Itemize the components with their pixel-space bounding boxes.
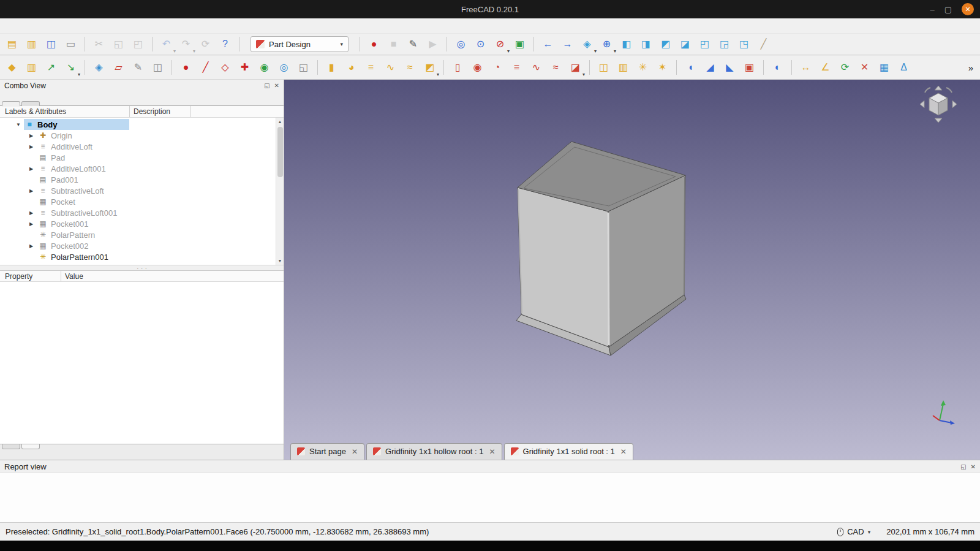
menu-tools[interactable]: [37, 24, 48, 28]
scroll-down-icon[interactable]: ▼: [276, 257, 284, 265]
workbench-selector[interactable]: Part Design ▾: [251, 36, 349, 52]
tab-model[interactable]: [2, 101, 20, 106]
zoom-fit-all-icon[interactable]: ◎: [452, 36, 470, 53]
tree-item-polarpattern[interactable]: ✳ PolarPattern: [0, 229, 284, 240]
multi-transform-icon[interactable]: ✶: [654, 59, 671, 76]
tree-item-polarpattern001[interactable]: ✳ PolarPattern001: [0, 251, 284, 262]
additive-loft-icon[interactable]: ≡: [362, 59, 380, 76]
tree-item-additiveloft[interactable]: ▶ ≡ AdditiveLoft: [0, 141, 284, 152]
tab-gridfinity-hollow[interactable]: Gridfinity 1x1 hollow root : 1 ✕: [366, 443, 502, 460]
tree-item-origin[interactable]: ▶ ✚ Origin: [0, 130, 284, 141]
expand-arrow-icon[interactable]: ▶: [29, 133, 37, 139]
nav-forward-icon[interactable]: →: [559, 36, 576, 53]
view-left-icon[interactable]: ◳: [735, 36, 753, 53]
fillet-icon[interactable]: ◖: [682, 59, 699, 76]
view-isometric-icon[interactable]: ◈: [578, 36, 596, 53]
navigation-cube[interactable]: [919, 85, 958, 124]
measure-toggle-delta-icon[interactable]: Δ: [895, 59, 913, 76]
chamfer-icon[interactable]: ◢: [701, 59, 719, 76]
menu-part-design[interactable]: [70, 24, 81, 28]
revolution-icon[interactable]: ◕: [342, 59, 360, 76]
copy-icon[interactable]: ◱: [110, 36, 127, 53]
shape-binder-icon[interactable]: ◉: [255, 59, 273, 76]
measure-refresh-icon[interactable]: ⟳: [836, 59, 854, 76]
view-right-icon[interactable]: ◪: [676, 36, 694, 53]
whats-this-icon[interactable]: ?: [216, 36, 234, 53]
tree-scrollbar[interactable]: ▲ ▼: [276, 118, 284, 265]
measure-toggle-3d-icon[interactable]: ▦: [875, 59, 893, 76]
tab-gridfinity-solid[interactable]: Gridfinity 1x1 solid root : 1 ✕: [504, 443, 633, 460]
close-panel-icon[interactable]: ✕: [274, 82, 279, 89]
open-document-icon[interactable]: ▥: [23, 36, 40, 53]
close-tab-icon[interactable]: ✕: [620, 447, 627, 456]
pad-icon[interactable]: ▮: [323, 59, 341, 76]
toolbar-overflow-icon[interactable]: »: [968, 63, 977, 73]
nav-back-icon[interactable]: ←: [539, 36, 557, 53]
expand-arrow-icon[interactable]: ▼: [16, 122, 24, 127]
additive-helix-icon[interactable]: ≈: [401, 59, 419, 76]
property-column[interactable]: Property: [0, 271, 61, 281]
datum-line-icon[interactable]: ╱: [197, 59, 214, 76]
macro-edit-icon[interactable]: ✎: [404, 36, 422, 53]
tree-item-pad[interactable]: ▤ Pad: [0, 152, 284, 163]
expand-arrow-icon[interactable]: ▶: [29, 144, 37, 150]
menu-macro[interactable]: [48, 24, 59, 28]
close-tab-icon[interactable]: ✕: [352, 447, 358, 456]
zoom-selection-icon[interactable]: ⊙: [472, 36, 489, 53]
selection-box-icon[interactable]: ▣: [511, 36, 529, 53]
value-column[interactable]: Value: [61, 272, 83, 281]
expand-arrow-icon[interactable]: ▶: [29, 221, 37, 227]
edit-sketch-icon[interactable]: ✎: [129, 59, 147, 76]
measure-clear-icon[interactable]: ✕: [856, 59, 873, 76]
redo-icon[interactable]: ↷: [177, 36, 195, 53]
menu-measure[interactable]: [81, 24, 92, 28]
tree-column-description[interactable]: Description: [130, 106, 191, 117]
tab-data[interactable]: [21, 444, 40, 449]
nav-style-selector[interactable]: CAD: [847, 527, 864, 536]
view-front-icon[interactable]: ◨: [637, 36, 655, 53]
measure-angular-icon[interactable]: ∠: [816, 59, 834, 76]
pocket-icon[interactable]: ▯: [449, 59, 467, 76]
scroll-up-icon[interactable]: ▲: [276, 118, 284, 126]
splitter-handle[interactable]: [0, 265, 284, 270]
maximize-button[interactable]: ▢: [944, 6, 952, 13]
groove-icon[interactable]: ◔: [488, 59, 506, 76]
close-button[interactable]: ✕: [962, 3, 974, 15]
tree-item-pad001[interactable]: ▤ Pad001: [0, 174, 284, 185]
scrollbar-thumb[interactable]: [277, 127, 283, 177]
tree-column-labels[interactable]: Labels & Attributes: [0, 106, 130, 117]
view-top-icon[interactable]: ◩: [657, 36, 674, 53]
menu-view[interactable]: [26, 24, 37, 28]
expand-arrow-icon[interactable]: ▶: [29, 166, 37, 172]
map-sketch-icon[interactable]: ◫: [149, 59, 167, 76]
tree-item-subtractiveloft001[interactable]: ▶ ≡ SubtractiveLoft001: [0, 207, 284, 218]
close-panel-icon[interactable]: ✕: [971, 463, 976, 470]
tree-item-body[interactable]: ▼ ■ Body: [0, 119, 284, 130]
view-bottom-icon[interactable]: ◲: [715, 36, 733, 53]
menu-edit[interactable]: [15, 24, 26, 28]
hole-icon[interactable]: ◉: [469, 59, 486, 76]
float-panel-icon[interactable]: ◱: [960, 463, 966, 470]
menu-help[interactable]: [103, 24, 114, 28]
minimize-button[interactable]: –: [930, 6, 934, 13]
subtractive-primitive-icon[interactable]: ◪: [567, 59, 584, 76]
linear-pattern-icon[interactable]: ▥: [614, 59, 632, 76]
thickness-icon[interactable]: ▣: [741, 59, 758, 76]
draft-icon[interactable]: ◣: [721, 59, 739, 76]
sub-shape-binder-icon[interactable]: ◎: [275, 59, 293, 76]
3d-model[interactable]: [284, 80, 980, 460]
viewport[interactable]: Start page ✕ Gridfinity 1x1 hollow root …: [284, 80, 980, 460]
save-document-icon[interactable]: ◫: [42, 36, 60, 53]
tree-item-pocket001[interactable]: ▶ ▦ Pocket001: [0, 218, 284, 229]
additive-pipe-icon[interactable]: ∿: [382, 59, 399, 76]
tab-tasks[interactable]: [21, 101, 40, 106]
print-icon[interactable]: ▭: [62, 36, 80, 53]
boolean-icon[interactable]: ◐: [769, 59, 786, 76]
model-tree[interactable]: ▼ ■ Body ▶ ✚ Origin ▶ ≡ AdditiveLof: [0, 118, 284, 265]
property-editor[interactable]: [0, 282, 284, 444]
local-cs-icon[interactable]: ✚: [236, 59, 254, 76]
subtractive-helix-icon[interactable]: ≈: [547, 59, 565, 76]
macro-record-icon[interactable]: ●: [365, 36, 383, 53]
macro-play-icon[interactable]: ▶: [424, 36, 442, 53]
tree-item-pocket[interactable]: ▦ Pocket: [0, 196, 284, 207]
